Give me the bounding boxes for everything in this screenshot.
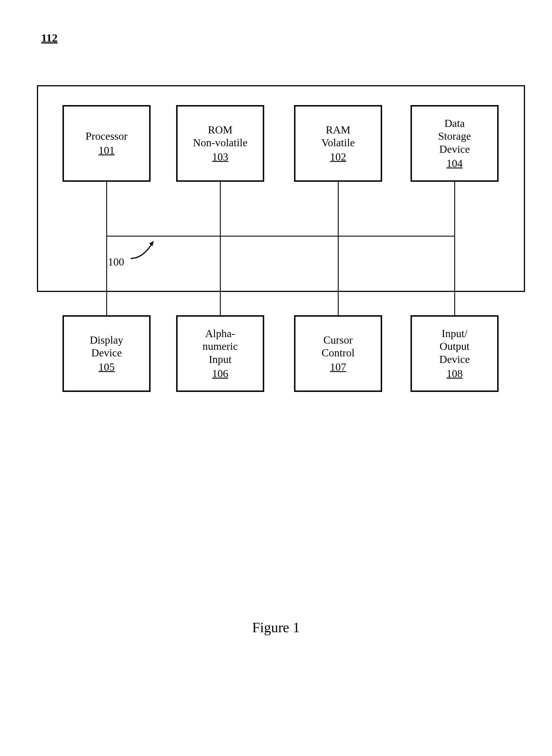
system-ref-label: 112	[41, 31, 58, 45]
processor-connector	[106, 182, 107, 236]
io-label-3: Device	[439, 353, 470, 366]
display-block: Display Device 105	[62, 315, 151, 392]
ram-label-2: Volatile	[321, 136, 355, 149]
io-label-1: Input/	[442, 327, 467, 340]
display-label-2: Device	[91, 347, 122, 360]
figure-caption: Figure 1	[0, 619, 552, 635]
storage-label-3: Device	[439, 143, 470, 156]
rom-block: ROM Non-volatile 103	[176, 105, 264, 182]
storage-block: Data Storage Device 104	[411, 105, 499, 182]
alpha-connector	[220, 236, 221, 315]
io-block: Input/ Output Device 108	[411, 315, 499, 392]
rom-connector	[220, 182, 221, 236]
bus-arrow-icon	[126, 237, 160, 263]
rom-label-1: ROM	[208, 124, 233, 137]
rom-label-2: Non-volatile	[193, 136, 248, 149]
storage-label-1: Data	[444, 117, 465, 130]
processor-block: Processor 101	[62, 105, 151, 182]
ram-label-1: RAM	[326, 124, 351, 137]
processor-ref: 101	[99, 144, 115, 157]
alpha-label-1: Alpha-	[205, 327, 235, 340]
alpha-label-2: numeric	[202, 340, 238, 353]
bus-ref-label: 100	[108, 255, 124, 268]
ram-block: RAM Volatile 102	[294, 105, 382, 182]
io-connector	[454, 236, 455, 315]
storage-ref: 104	[447, 157, 463, 170]
processor-label: Processor	[86, 130, 128, 143]
display-label-1: Display	[90, 334, 123, 347]
cursor-label-1: Cursor	[323, 334, 353, 347]
cursor-connector	[338, 236, 338, 315]
alpha-label-3: Input	[209, 353, 232, 366]
cursor-block: Cursor Control 107	[294, 315, 382, 392]
io-label-2: Output	[439, 340, 469, 353]
ram-connector	[338, 182, 338, 236]
alpha-ref: 106	[212, 367, 229, 380]
display-connector	[106, 236, 107, 315]
storage-label-2: Storage	[438, 130, 471, 143]
rom-ref: 103	[212, 151, 229, 164]
storage-connector	[454, 182, 455, 236]
cursor-label-2: Control	[321, 347, 355, 360]
ram-ref: 102	[330, 151, 346, 164]
alpha-block: Alpha- numeric Input 106	[176, 315, 264, 392]
display-ref: 105	[99, 361, 115, 374]
cursor-ref: 107	[330, 361, 346, 374]
io-ref: 108	[447, 367, 463, 380]
bus-line	[106, 236, 454, 236]
